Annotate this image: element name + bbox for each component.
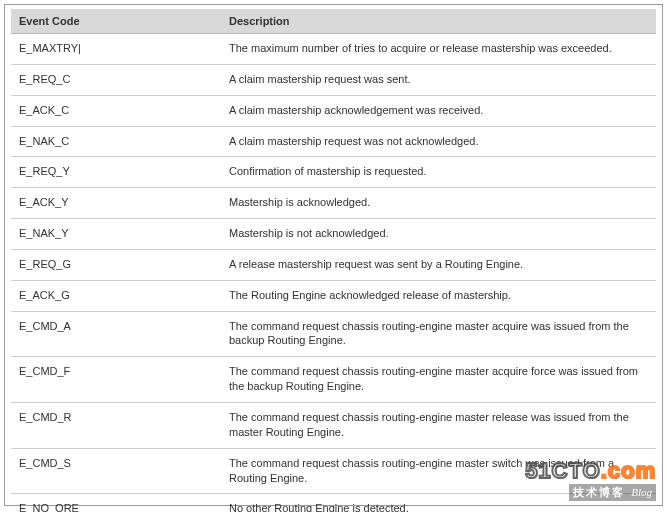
event-code-cell: E_CMD_R: [11, 402, 221, 448]
table-row: E_CMD_SThe command request chassis routi…: [11, 448, 656, 494]
event-code-cell: E_NAK_C: [11, 126, 221, 157]
event-code-cell: E_NO_ORE: [11, 494, 221, 512]
description-cell: A claim mastership request was sent.: [221, 64, 656, 95]
description-cell: The command request chassis routing-engi…: [221, 448, 656, 494]
description-cell: The command request chassis routing-engi…: [221, 311, 656, 357]
description-cell: The maximum number of tries to acquire o…: [221, 34, 656, 65]
description-cell: Mastership is acknowledged.: [221, 188, 656, 219]
table-header-row: Event Code Description: [11, 9, 656, 34]
event-code-cell: E_REQ_C: [11, 64, 221, 95]
description-cell: Confirmation of mastership is requested.: [221, 157, 656, 188]
table-row: E_REQ_CA claim mastership request was se…: [11, 64, 656, 95]
event-code-cell: E_NAK_Y: [11, 219, 221, 250]
description-cell: The command request chassis routing-engi…: [221, 402, 656, 448]
event-code-cell: E_REQ_G: [11, 249, 221, 280]
event-code-cell: E_REQ_Y: [11, 157, 221, 188]
header-event-code: Event Code: [11, 9, 221, 34]
description-cell: The Routing Engine acknowledged release …: [221, 280, 656, 311]
description-cell: A claim mastership request was not ackno…: [221, 126, 656, 157]
table-row: E_REQ_GA release mastership request was …: [11, 249, 656, 280]
event-code-cell: E_CMD_A: [11, 311, 221, 357]
table-row: E_ACK_YMastership is acknowledged.: [11, 188, 656, 219]
description-cell: Mastership is not acknowledged.: [221, 219, 656, 250]
table-row: E_NAK_CA claim mastership request was no…: [11, 126, 656, 157]
description-cell: The command request chassis routing-engi…: [221, 357, 656, 403]
event-code-cell: E_CMD_F: [11, 357, 221, 403]
table-row: E_REQ_YConfirmation of mastership is req…: [11, 157, 656, 188]
event-code-cell: E_ACK_Y: [11, 188, 221, 219]
event-code-cell: E_CMD_S: [11, 448, 221, 494]
table-row: E_CMD_AThe command request chassis routi…: [11, 311, 656, 357]
table-row: E_CMD_RThe command request chassis routi…: [11, 402, 656, 448]
event-code-cell: E_MAXTRY|: [11, 34, 221, 65]
event-code-table: Event Code Description E_MAXTRY|The maxi…: [11, 9, 656, 512]
description-cell: No other Routing Engine is detected.: [221, 494, 656, 512]
table-row: E_ACK_CA claim mastership acknowledgemen…: [11, 95, 656, 126]
header-description: Description: [221, 9, 656, 34]
description-cell: A claim mastership acknowledgement was r…: [221, 95, 656, 126]
table-row: E_MAXTRY|The maximum number of tries to …: [11, 34, 656, 65]
table-row: E_CMD_FThe command request chassis routi…: [11, 357, 656, 403]
content-frame: Event Code Description E_MAXTRY|The maxi…: [4, 4, 663, 506]
table-row: E_ACK_GThe Routing Engine acknowledged r…: [11, 280, 656, 311]
event-code-cell: E_ACK_C: [11, 95, 221, 126]
description-cell: A release mastership request was sent by…: [221, 249, 656, 280]
table-row: E_NAK_YMastership is not acknowledged.: [11, 219, 656, 250]
event-code-cell: E_ACK_G: [11, 280, 221, 311]
table-row: E_NO_ORENo other Routing Engine is detec…: [11, 494, 656, 512]
